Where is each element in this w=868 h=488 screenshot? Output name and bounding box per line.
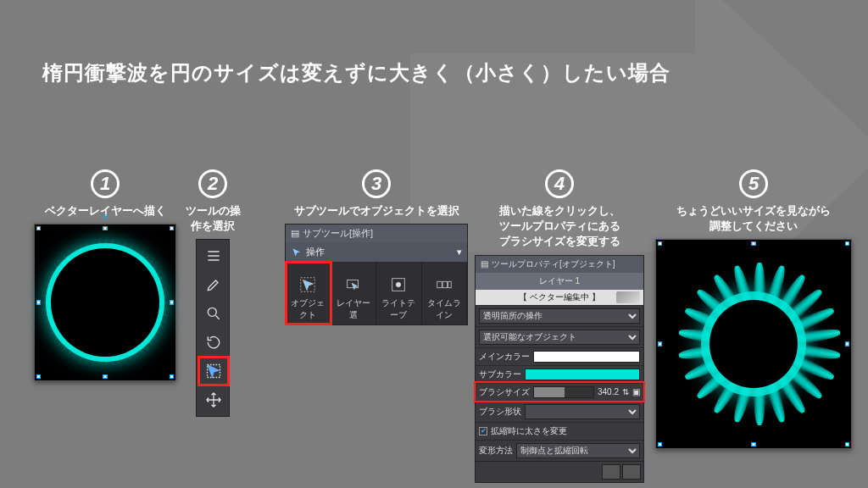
operation-tool-icon[interactable] xyxy=(198,357,229,385)
svg-point-5 xyxy=(397,282,402,287)
property-header-label: ツールプロパティ[オブジェクト] xyxy=(492,258,615,270)
panel-icon: ▤ xyxy=(291,228,299,239)
tab-light-table[interactable]: ライトテーブ xyxy=(376,262,422,324)
resize-handle[interactable] xyxy=(752,442,756,446)
operation-icon xyxy=(291,247,303,258)
step-1: 1 ベクターレイヤーへ描く xyxy=(29,169,181,381)
row-deform: 変形方法 制御点と拡縮回転 xyxy=(476,440,643,461)
tab-timeline[interactable]: タイムライン xyxy=(422,262,468,324)
step-number-4: 4 xyxy=(545,169,574,198)
zoom-tool-icon[interactable] xyxy=(198,299,229,328)
step-5-label: ちょうどいいサイズを見ながら 調整してください xyxy=(676,203,831,234)
subtool-tabs: オブジェクト レイヤー選 ライトテーブ タイムライン xyxy=(286,262,467,324)
canvas-preview-2[interactable] xyxy=(655,239,852,449)
step-3: 3 サブツールでオブジェクトを選択 ▤ サブツール[操作] 操作 ▾ オブジェク… xyxy=(285,169,468,325)
stepper-icon[interactable]: ⇅ xyxy=(622,387,629,396)
resize-handle[interactable] xyxy=(170,374,174,379)
brush-shape-label: ブラシ形状 xyxy=(479,406,521,418)
step-number-3: 3 xyxy=(362,169,391,198)
shockwave-burst xyxy=(686,276,821,412)
transparent-op-select[interactable]: 透明箇所の操作 xyxy=(479,308,640,324)
canvas-preview-1[interactable] xyxy=(34,224,176,381)
sub-color-label: サブカラー xyxy=(479,369,521,380)
subtool-panel: ▤ サブツール[操作] 操作 ▾ オブジェクト レイヤー選 ライトテーブ タ xyxy=(285,224,468,325)
tab-label: タイムライン xyxy=(427,298,461,319)
resize-handle[interactable] xyxy=(658,241,662,246)
brush-size-value[interactable]: 340.2 xyxy=(598,387,619,396)
step-number-2: 2 xyxy=(198,169,227,198)
resize-handle[interactable] xyxy=(658,442,662,446)
subtool-header-label: サブツール[操作] xyxy=(303,227,373,240)
resize-handle[interactable] xyxy=(103,374,108,379)
tool-property-panel: ▤ ツールプロパティ[オブジェクト] レイヤー 1 【 ベクター編集中 】 透明… xyxy=(475,255,644,483)
subtool-titlebar[interactable]: 操作 ▾ xyxy=(286,242,467,262)
tab-label: オブジェクト xyxy=(291,298,325,319)
link-icon[interactable]: ▣ xyxy=(632,387,640,396)
brush-size-label: ブラシサイズ xyxy=(479,386,530,398)
rotate-tool-icon[interactable] xyxy=(198,328,229,357)
vector-edit-label: 【 ベクター編集中 】 xyxy=(519,292,600,302)
chevron-down-icon[interactable]: ▾ xyxy=(457,247,462,258)
resize-handle[interactable] xyxy=(103,226,108,230)
move-tool-icon[interactable] xyxy=(198,385,229,414)
step-3-label: サブツールでオブジェクトを選択 xyxy=(294,203,459,219)
svg-rect-7 xyxy=(442,282,448,288)
svg-point-0 xyxy=(208,308,216,317)
page-title: 楕円衝撃波を円のサイズは変えずに大きく（小さく）したい場合 xyxy=(42,59,670,86)
wrench-icon[interactable] xyxy=(622,464,641,480)
subtool-group-label: 操作 xyxy=(306,246,325,258)
step-2: 2 ツールの操作を選択 xyxy=(183,169,242,417)
menu-icon[interactable] xyxy=(198,241,229,270)
layer-name-bar[interactable]: レイヤー 1 xyxy=(476,273,643,290)
resize-handle[interactable] xyxy=(845,442,849,446)
resize-handle[interactable] xyxy=(36,226,41,230)
svg-rect-6 xyxy=(437,282,442,288)
vector-edit-badge: 【 ベクター編集中 】 xyxy=(476,290,643,305)
resize-handle[interactable] xyxy=(658,342,662,347)
step-2-label: ツールの操作を選択 xyxy=(183,203,242,234)
row-sub-color: サブカラー xyxy=(476,365,643,383)
brush-tool-icon[interactable] xyxy=(198,270,229,299)
burst-core xyxy=(709,300,798,388)
resize-handle[interactable] xyxy=(845,241,849,246)
tab-label: レイヤー選 xyxy=(337,298,370,319)
step-4: 4 描いた線をクリックし、 ツールプロパティにある ブラシサイズを変更する ▤ … xyxy=(470,169,649,483)
tab-layer-select[interactable]: レイヤー選 xyxy=(331,262,377,324)
reset-button[interactable] xyxy=(602,464,620,480)
main-color-swatch[interactable] xyxy=(533,351,640,363)
sub-color-swatch[interactable] xyxy=(525,369,640,380)
deform-label: 変形方法 xyxy=(479,445,513,457)
row-main-color: メインカラー xyxy=(476,347,643,365)
tool-toolbar xyxy=(196,239,230,417)
resize-handle[interactable] xyxy=(36,301,41,305)
shockwave-ring xyxy=(51,248,159,357)
row-brush-shape: ブラシ形状 xyxy=(476,401,643,422)
property-header[interactable]: ▤ ツールプロパティ[オブジェクト] xyxy=(476,256,643,273)
step-4-label: 描いた線をクリックし、 ツールプロパティにある ブラシサイズを変更する xyxy=(499,203,620,250)
step-5: 5 ちょうどいいサイズを見ながら 調整してください xyxy=(653,169,854,449)
svg-rect-8 xyxy=(448,282,451,288)
panel-icon: ▤ xyxy=(481,259,488,269)
resize-handle[interactable] xyxy=(752,241,756,246)
selectable-obj-select[interactable]: 選択可能なオブジェクト xyxy=(479,330,640,345)
layer-name: レイヤー 1 xyxy=(539,276,580,286)
step-number-1: 1 xyxy=(91,169,120,198)
tab-object[interactable]: オブジェクト xyxy=(286,262,331,324)
row-brush-size: ブラシサイズ 340.2 ⇅ ▣ xyxy=(476,383,643,401)
scale-width-label: 拡縮時に太さを変更 xyxy=(491,425,567,437)
scale-width-checkbox[interactable]: ✔ xyxy=(479,427,487,435)
resize-handle[interactable] xyxy=(170,301,174,305)
brush-shape-select[interactable] xyxy=(525,404,640,419)
tab-label: ライトテーブ xyxy=(381,298,415,319)
row-transparent-op: 透明箇所の操作 xyxy=(476,305,643,326)
rotate-handle[interactable] xyxy=(103,214,108,219)
resize-handle[interactable] xyxy=(170,226,174,230)
property-footer xyxy=(476,461,643,482)
resize-handle[interactable] xyxy=(845,342,849,347)
brush-size-slider[interactable] xyxy=(533,386,594,398)
subtool-header[interactable]: ▤ サブツール[操作] xyxy=(286,225,467,242)
step-number-5: 5 xyxy=(739,169,768,198)
resize-handle[interactable] xyxy=(36,374,41,379)
deform-select[interactable]: 制御点と拡縮回転 xyxy=(516,443,640,458)
row-scale-width: ✔ 拡縮時に太さを変更 xyxy=(476,422,643,440)
